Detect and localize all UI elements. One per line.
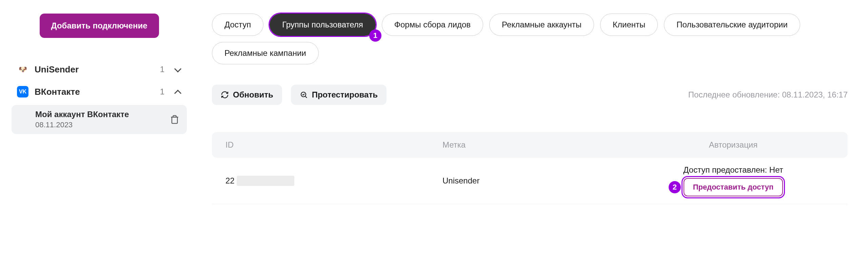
annotation-marker-2: 2: [669, 181, 681, 193]
subitem-title: Мой аккаунт ВКонтакте: [35, 110, 166, 119]
sidebar-item-label: ВКонтакте: [35, 87, 154, 97]
subitem-date: 08.11.2023: [35, 121, 166, 129]
sidebar: Добавить подключение 🐶 UniSender 1 VK ВК…: [0, 0, 198, 261]
sidebar-item-vkontakte[interactable]: VK ВКонтакте 1: [7, 81, 192, 103]
last-update-text: Последнее обновление: 08.11.2023, 16:17: [688, 90, 848, 100]
search-check-icon: [300, 91, 308, 99]
sidebar-item-label: UniSender: [35, 64, 154, 75]
tab-label: Группы пользователя: [282, 20, 363, 29]
cell-auth: Доступ предоставлен: Нет 2 Предоставить …: [632, 165, 834, 196]
cell-label: Unisender: [442, 176, 632, 186]
tab-custom-audiences[interactable]: Пользовательские аудитории: [664, 14, 800, 36]
tab-ad-campaigns[interactable]: Рекламные кампании: [212, 42, 319, 64]
tab-clients[interactable]: Клиенты: [600, 14, 658, 36]
refresh-label: Обновить: [233, 90, 273, 100]
chevron-down-icon: [174, 66, 181, 73]
tab-ad-accounts[interactable]: Рекламные аккаунты: [489, 14, 594, 36]
tab-access[interactable]: Доступ: [212, 14, 263, 36]
annotation-marker-1: 1: [369, 29, 381, 42]
header-label: Метка: [442, 140, 632, 150]
sidebar-subitem-vk-account[interactable]: Мой аккаунт ВКонтакте 08.11.2023: [12, 105, 187, 134]
header-id: ID: [225, 140, 442, 150]
redacted-id: [237, 176, 294, 186]
tab-lead-forms[interactable]: Формы сбора лидов: [382, 14, 483, 36]
table-header: ID Метка Авторизация: [212, 132, 848, 158]
sidebar-item-unisender[interactable]: 🐶 UniSender 1: [7, 58, 192, 81]
sidebar-item-count: 1: [160, 87, 164, 96]
tabs-row: Доступ Группы пользователя 1 Формы сбора…: [212, 14, 848, 64]
test-label: Протестировать: [312, 90, 378, 100]
test-button[interactable]: Протестировать: [291, 85, 387, 105]
chevron-up-icon: [174, 88, 181, 95]
cell-id: 22: [225, 176, 442, 186]
unisender-icon: 🐶: [17, 64, 28, 75]
refresh-icon: [221, 91, 229, 99]
refresh-button[interactable]: Обновить: [212, 85, 282, 105]
main-content: Доступ Группы пользователя 1 Формы сбора…: [198, 0, 868, 261]
auth-status-text: Доступ предоставлен: Нет: [683, 165, 783, 175]
vk-icon: VK: [17, 86, 28, 97]
add-connection-button[interactable]: Добавить подключение: [40, 14, 159, 38]
id-prefix: 22: [225, 176, 235, 186]
header-auth: Авторизация: [632, 140, 834, 150]
table-row: 22 Unisender Доступ предоставлен: Нет 2 …: [212, 158, 848, 204]
actions-row: Обновить Протестировать Последнее обновл…: [212, 85, 848, 105]
grant-access-button[interactable]: Предоставить доступ: [684, 178, 783, 196]
tab-user-groups[interactable]: Группы пользователя 1: [270, 14, 376, 36]
sidebar-item-count: 1: [160, 65, 164, 74]
trash-icon[interactable]: [170, 115, 179, 124]
